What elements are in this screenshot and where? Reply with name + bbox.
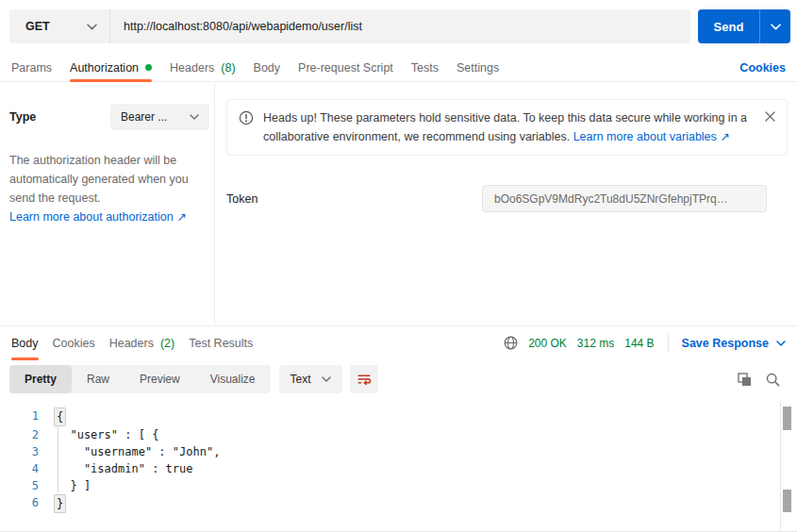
learn-more-variables-link[interactable]: Learn more about variables ↗ [573, 130, 730, 143]
response-tabs: BodyCookiesHeaders(2)Test Results [11, 326, 253, 359]
save-response-button[interactable]: Save Response [682, 337, 786, 350]
wrap-lines-icon [357, 372, 372, 387]
token-row: Token bOo6SGpV9MdRyc2Tu8dU5ZNrGfehpjTPrq… [226, 185, 788, 212]
view-mode-tabs: PrettyRawPreviewVisualize [9, 365, 271, 393]
send-button-group: Send [698, 9, 790, 43]
auth-type-select[interactable]: Bearer ... [110, 104, 209, 130]
response-actions [738, 373, 788, 387]
sensitive-data-warning: Heads up! These parameters hold sensitiv… [226, 99, 788, 156]
scrollbar-thumb[interactable] [783, 407, 791, 430]
tab-pretty[interactable]: Pretty [9, 365, 72, 393]
chevron-down-icon [87, 24, 97, 30]
authorization-content: Heads up! These parameters hold sensitiv… [215, 83, 797, 325]
line-number: 1 [0, 407, 39, 426]
scrollbar-track[interactable] [780, 400, 797, 531]
chevron-down-icon [776, 341, 786, 346]
token-input[interactable]: bOo6SGpV9MdRyc2Tu8dU5ZNrGfehpjTPrq… [482, 185, 767, 212]
code-line: 3 "username" : "John", [0, 443, 780, 460]
line-content: } [39, 494, 66, 513]
line-content: { [39, 407, 66, 426]
alert-circle-icon [239, 110, 254, 125]
active-auth-dot-icon [145, 64, 152, 71]
response-panel: BodyCookiesHeaders(2)Test Results 200 OK… [0, 325, 797, 531]
tab-authorization[interactable]: Authorization [70, 54, 152, 81]
tab-body[interactable]: Body [11, 326, 39, 359]
tab-params[interactable]: Params [11, 54, 52, 81]
tab-raw[interactable]: Raw [72, 365, 125, 393]
line-content: "isadmin" : true [39, 460, 193, 477]
code-line: 4 "isadmin" : true [0, 460, 780, 477]
request-tabs: ParamsAuthorizationHeaders(8)BodyPre-req… [0, 54, 797, 82]
tab-settings[interactable]: Settings [457, 54, 499, 81]
token-label: Token [226, 192, 257, 206]
cookies-link[interactable]: Cookies [739, 61, 786, 75]
warning-text: Heads up! These parameters hold sensitiv… [263, 108, 750, 146]
response-size[interactable]: 144 B [624, 337, 654, 350]
scrollbar-thumb[interactable] [783, 490, 791, 512]
chevron-down-icon [771, 24, 781, 30]
format-select[interactable]: Text [279, 365, 342, 393]
method-select[interactable]: GET [9, 9, 110, 43]
chevron-down-icon [322, 376, 331, 382]
line-number: 3 [0, 443, 39, 460]
close-icon[interactable] [765, 111, 775, 122]
code-line: 2 "users" : [ { [0, 426, 780, 443]
tab-headers[interactable]: Headers(8) [170, 54, 236, 81]
auth-type-value: Bearer ... [121, 110, 167, 124]
wrap-lines-button[interactable] [350, 365, 378, 393]
tab-tests[interactable]: Tests [411, 54, 439, 81]
learn-more-authorization-link[interactable]: Learn more about authorization ↗ [9, 208, 187, 226]
tab-visualize[interactable]: Visualize [195, 365, 271, 393]
code-line: 6} [0, 494, 780, 513]
divider [668, 335, 669, 352]
api-client-window: GET http://localhost:8080/api/webapidemo… [0, 0, 797, 532]
search-icon[interactable] [766, 373, 780, 387]
authorization-panel: Type Bearer ... The authorization header… [0, 83, 797, 325]
response-time[interactable]: 312 ms [577, 337, 614, 350]
response-header: BodyCookiesHeaders(2)Test Results 200 OK… [0, 326, 797, 359]
tab-body[interactable]: Body [254, 54, 281, 81]
line-number: 2 [0, 426, 39, 443]
tab-headers[interactable]: Headers(2) [109, 326, 175, 359]
bracket-scope-guide [58, 425, 58, 492]
method-label: GET [25, 20, 50, 33]
url-bar: GET http://localhost:8080/api/webapidemo… [9, 9, 690, 43]
url-input[interactable]: http://localhost:8080/api/webapidemo/use… [110, 9, 690, 43]
copy-icon[interactable] [738, 373, 752, 387]
tab-test-results[interactable]: Test Results [189, 326, 253, 359]
line-number: 5 [0, 477, 39, 494]
response-body-editor[interactable]: 1{2 "users" : [ {3 "username" : "John",4… [0, 399, 780, 531]
auth-description: The authorization header will be automat… [9, 151, 202, 208]
line-content: "username" : "John", [39, 443, 220, 460]
tab-pre-request-script[interactable]: Pre-request Script [298, 54, 393, 81]
code-line: 1{ [0, 407, 780, 426]
auth-type-label: Type [9, 110, 36, 124]
response-status-bar: 200 OK 312 ms 144 B Save Response [504, 326, 786, 359]
tab-preview[interactable]: Preview [125, 365, 195, 393]
line-number: 4 [0, 460, 39, 477]
chevron-down-icon [190, 114, 199, 120]
tab-cookies[interactable]: Cookies [53, 326, 95, 359]
send-button[interactable]: Send [698, 9, 759, 43]
status-code[interactable]: 200 OK [528, 337, 567, 350]
auth-type-row: Type Bearer ... [9, 104, 209, 130]
code-line: 5 } ] [0, 477, 780, 494]
line-content: } ] [39, 477, 91, 494]
line-number: 6 [0, 494, 39, 513]
send-options-button[interactable] [759, 9, 790, 43]
authorization-sidebar: Type Bearer ... The authorization header… [0, 83, 215, 325]
response-toolbar: PrettyRawPreviewVisualize Text [0, 359, 797, 399]
globe-icon[interactable] [504, 336, 518, 350]
request-url-row: GET http://localhost:8080/api/webapidemo… [9, 9, 790, 43]
format-value: Text [291, 373, 311, 386]
